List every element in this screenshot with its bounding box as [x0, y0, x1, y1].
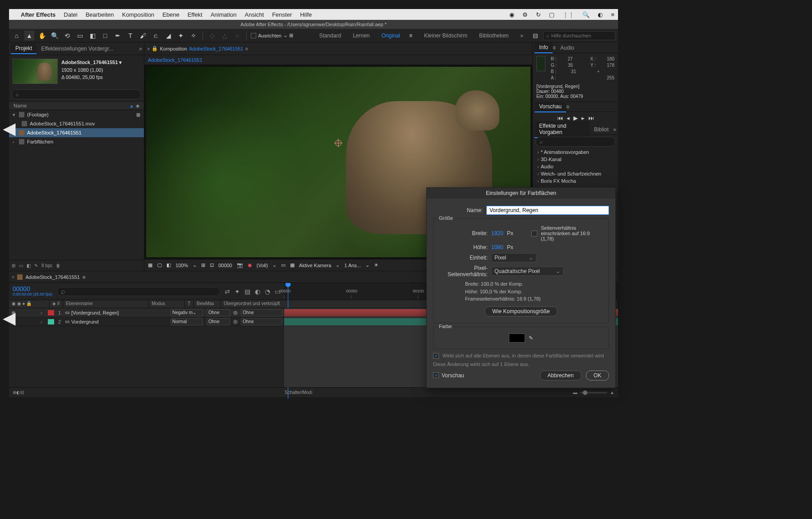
project-column-name[interactable]: Name: [14, 103, 27, 108]
tab-libraries[interactable]: Bibliot: [590, 125, 614, 134]
tool-icon[interactable]: ✧: [189, 31, 198, 41]
label-column-icon[interactable]: ◈: [136, 103, 139, 109]
toggle-switches-icon[interactable]: ⊕: [13, 390, 16, 395]
twirl-icon[interactable]: ›: [41, 319, 46, 324]
channel-icon[interactable]: ◉: [248, 262, 252, 268]
wifi-icon[interactable]: ⋮⋮: [563, 11, 574, 18]
orbit-tool-icon[interactable]: ⟲: [62, 31, 72, 41]
effects-more-icon[interactable]: »: [613, 126, 616, 133]
camera-dropdown-icon[interactable]: ⌄: [336, 262, 340, 268]
frame-blend-icon[interactable]: ▤: [245, 288, 250, 295]
workspace-small[interactable]: Kleiner Bildschirm: [420, 32, 472, 39]
clone-tool-icon[interactable]: ⎌: [151, 31, 161, 41]
zoom-in-icon[interactable]: ▲: [610, 390, 614, 395]
workspace-menu-icon[interactable]: ≡: [405, 32, 417, 39]
sort-indicator-icon[interactable]: ▴: [130, 103, 133, 109]
zoom-dropdown-icon[interactable]: ⌄: [193, 262, 197, 268]
project-item-comp[interactable]: AdobeStock_176461551: [9, 128, 144, 137]
timeline-tab-close-icon[interactable]: ×: [12, 274, 14, 280]
project-search[interactable]: ⌕: [12, 89, 141, 99]
project-item-solids-folder[interactable]: › Farbflächen: [9, 137, 144, 146]
twirl-icon[interactable]: ›: [41, 310, 46, 315]
comp-tab-menu-icon[interactable]: ≡: [245, 46, 248, 51]
timeline-tab-label[interactable]: AdobeStock_176461551: [25, 274, 80, 280]
tab-audio[interactable]: Audio: [556, 43, 579, 53]
workspace-standard[interactable]: Standard: [314, 32, 346, 39]
cc-icon[interactable]: ◉: [509, 11, 514, 18]
camera-dropdown[interactable]: Aktive Kamera: [299, 263, 332, 268]
visibility-icon[interactable]: ◉: [9, 310, 18, 315]
blend-mode-dropdown[interactable]: Negativ m⌄: [171, 309, 203, 316]
twirl-icon[interactable]: ›: [13, 139, 16, 144]
comp-tab-link[interactable]: AdobeStock_176461551: [189, 46, 244, 51]
rect-tool-icon[interactable]: ▭: [75, 31, 85, 41]
resolution-dropdown[interactable]: (Voll): [257, 263, 268, 268]
time-display[interactable]: 00000: [218, 263, 232, 268]
app-name[interactable]: After Effects: [21, 11, 55, 18]
parent-dropdown[interactable]: Ohne: [241, 309, 282, 316]
eraser-tool-icon[interactable]: ◢: [163, 31, 173, 41]
hand-tool-icon[interactable]: ✋: [37, 31, 47, 41]
unit-dropdown[interactable]: Pixel: [491, 253, 536, 262]
menu-edit[interactable]: Bearbeiten: [86, 11, 114, 18]
gear-icon[interactable]: ⚙: [522, 11, 528, 18]
shy-icon[interactable]: ⇄: [225, 288, 230, 295]
tab-info[interactable]: Info: [535, 42, 553, 53]
mask-icon[interactable]: ◧: [166, 262, 171, 268]
layer-row-1[interactable]: ◉ › 1 ▭[Vordergrund, Regen] Negativ m⌄ O…: [9, 308, 284, 317]
fx-blur[interactable]: Weich- und Scharfzeichnen: [533, 170, 618, 177]
menu-animation[interactable]: Animation: [211, 11, 237, 18]
trkmat-dropdown[interactable]: Ohne: [207, 309, 230, 316]
parent-pickwhip-icon[interactable]: ◎: [232, 310, 239, 315]
source-breadcrumb[interactable]: AdobeStock_176461551: [148, 57, 203, 63]
menu-window[interactable]: Fenster: [272, 11, 292, 18]
project-item-footage-folder[interactable]: ▾ (Footage) ⊞: [9, 110, 144, 119]
col-trkmat[interactable]: BewMas: [194, 300, 221, 308]
make-comp-size-button[interactable]: Wie Kompositionsgröße: [484, 306, 557, 316]
selection-tool-icon[interactable]: ▲: [24, 31, 34, 41]
graph-editor-icon[interactable]: ◔: [265, 288, 270, 295]
layer-row-2[interactable]: ◉ › 2 ▭Vordergrund Normal Ohne ◎ Ohne: [9, 317, 284, 326]
affects-checkbox[interactable]: ✓: [433, 353, 439, 359]
width-value[interactable]: 1920: [491, 230, 503, 236]
close-tab-icon[interactable]: ×: [147, 46, 150, 51]
snap-options-icon[interactable]: ⌄: [283, 32, 287, 38]
col-t[interactable]: T: [185, 300, 194, 308]
tab-project[interactable]: Projekt: [11, 43, 37, 54]
menu-file[interactable]: Datei: [64, 11, 77, 18]
snapshot-icon[interactable]: 📷: [237, 262, 243, 268]
views-dropdown-icon[interactable]: ⌄: [365, 262, 369, 268]
tab-preview[interactable]: Vorschau: [535, 102, 566, 112]
siri-icon[interactable]: ◐: [598, 11, 603, 18]
layer-name[interactable]: [Vordergrund, Regen]: [71, 310, 119, 315]
parent-dropdown[interactable]: Ohne: [241, 318, 282, 325]
shape-tool-icon[interactable]: □: [100, 31, 110, 41]
menu-effect[interactable]: Effekt: [188, 11, 203, 18]
views-dropdown[interactable]: 1 Ans...: [344, 263, 361, 268]
parent-pickwhip-icon[interactable]: ◎: [232, 319, 239, 324]
tab-effect-controls[interactable]: Effekteinstellungen Vordergr...: [37, 44, 118, 54]
type-tool-icon[interactable]: T: [125, 31, 135, 41]
info-menu-icon[interactable]: ≡: [553, 45, 556, 51]
settings-icon[interactable]: ✎: [34, 263, 38, 268]
bpc-toggle[interactable]: 8 bpc: [42, 263, 52, 268]
roto-tool-icon[interactable]: ◧: [88, 31, 97, 41]
grid-icon[interactable]: ⊡: [210, 262, 214, 268]
brush-tool-icon[interactable]: 🖌: [138, 31, 148, 41]
layer-color-swatch[interactable]: [48, 319, 54, 324]
layer-name[interactable]: Vordergrund: [71, 319, 99, 324]
fx-3d-channel[interactable]: 3D-Kanal: [533, 156, 618, 163]
timeline-search[interactable]: ⌕: [57, 287, 220, 296]
transparency-icon[interactable]: ▦: [290, 262, 295, 268]
puppet-tool-icon[interactable]: ✦: [176, 31, 186, 41]
name-input[interactable]: [486, 206, 609, 215]
pen-tool-icon[interactable]: ✒: [113, 31, 123, 41]
zoom-out-icon[interactable]: ▬: [573, 390, 577, 395]
cancel-button[interactable]: Abbrechen: [540, 371, 581, 380]
blend-mode-dropdown[interactable]: Normal: [171, 318, 203, 325]
motion-blur-icon[interactable]: ◐: [255, 288, 260, 295]
preview-menu-icon[interactable]: ≡: [566, 104, 569, 110]
toggle-icon-2[interactable]: ◐: [16, 390, 20, 395]
lock-aspect-checkbox[interactable]: [531, 231, 537, 236]
home-icon[interactable]: ⌂: [12, 31, 22, 41]
